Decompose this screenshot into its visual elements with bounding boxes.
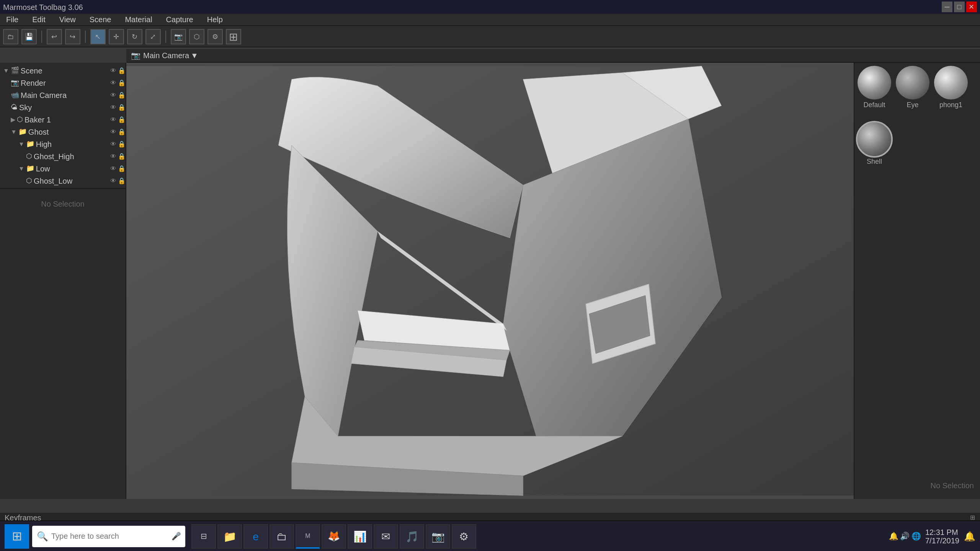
lock-icon-high[interactable]: 🔒: [118, 140, 126, 147]
taskbar-marmoset[interactable]: M: [296, 524, 320, 548]
start-button[interactable]: ⊞: [5, 524, 29, 548]
taskbar-app10[interactable]: ⚙: [452, 524, 476, 548]
material-ball-default[interactable]: [858, 66, 891, 99]
taskbar: ⊞ 🔍 🎤 ⊟ 📁 e 🗀 M 🦊 📊 ✉ 🎵 📷 ⚙ 🔔 🔊 🌐 12:31 …: [0, 520, 980, 551]
lock-icon-render[interactable]: 🔒: [118, 79, 126, 86]
toolbar-move[interactable]: ✛: [109, 29, 124, 44]
menu-file[interactable]: File: [3, 15, 21, 24]
material-row-1: Default Eye phong1: [858, 66, 977, 110]
tree-item-high[interactable]: ▼ 📁 High 👁 🔒: [0, 138, 126, 150]
label-ghost-high: Ghost_High: [34, 152, 74, 160]
taskbar-search-box[interactable]: 🔍 🎤: [32, 525, 185, 547]
label-ghost-low: Ghost_Low: [34, 176, 72, 185]
taskbar-firefox[interactable]: 🦊: [322, 524, 346, 548]
taskbar-explorer2[interactable]: 🗀: [270, 524, 294, 548]
lock-icon-low[interactable]: 🔒: [118, 165, 126, 172]
vis-icon-baker[interactable]: 👁: [110, 116, 116, 123]
title-bar: Marmoset Toolbag 3.06 ─ □ ✕: [0, 0, 980, 14]
vis-icon-render[interactable]: 👁: [110, 79, 116, 86]
lock-icon-ghost-low[interactable]: 🔒: [118, 177, 126, 184]
tree-item-low[interactable]: ▼ 📁 Low 👁 🔒: [0, 162, 126, 174]
taskbar-task-view[interactable]: ⊟: [191, 524, 216, 548]
tree-item-ghost-high[interactable]: ⬡ Ghost_High 👁 🔒: [0, 150, 126, 162]
toolbar-select[interactable]: ↖: [90, 29, 106, 44]
lock-icon-baker[interactable]: 🔒: [118, 116, 126, 123]
maximize-button[interactable]: □: [954, 2, 965, 12]
vis-icon-ghost-high[interactable]: 👁: [110, 153, 116, 160]
tree-item-ghost[interactable]: ▼ 📁 Ghost 👁 🔒: [0, 126, 126, 138]
left-panel: ▼ 🎬 Scene 👁 🔒 📷 Render 👁 🔒 📹 Main Camera: [0, 63, 126, 499]
material-ball-eye[interactable]: [896, 66, 929, 99]
menu-capture[interactable]: Capture: [163, 15, 196, 24]
taskbar-date: 7/17/2019: [925, 536, 959, 544]
label-sky: Sky: [19, 103, 32, 111]
toolbar-sep2: [85, 30, 86, 42]
arrow-high: ▼: [18, 140, 24, 147]
tree-item-render[interactable]: 📷 Render 👁 🔒: [0, 77, 126, 89]
lock-icon-scene[interactable]: 🔒: [118, 67, 126, 74]
taskbar-notif[interactable]: 🔔: [964, 531, 975, 541]
icon-scene: 🎬: [11, 67, 19, 74]
toolbar-bake[interactable]: ⬡: [189, 29, 204, 44]
icon-ghost-high: ⬡: [26, 152, 32, 160]
lock-icon-sky[interactable]: 🔒: [118, 104, 126, 111]
tree-item-sky[interactable]: 🌤 Sky 👁 🔒: [0, 101, 126, 113]
toolbar-settings[interactable]: ⚙: [207, 29, 223, 44]
taskbar-explorer[interactable]: 📁: [217, 524, 242, 548]
material-ball-phong1[interactable]: [934, 66, 968, 99]
menu-bar: File Edit View Scene Material Capture He…: [0, 14, 980, 26]
menu-help[interactable]: Help: [204, 15, 226, 24]
toolbar-save[interactable]: 💾: [21, 29, 37, 44]
tree-item-scene[interactable]: ▼ 🎬 Scene 👁 🔒: [0, 64, 126, 77]
tree-item-baker[interactable]: ▶ ⬡ Baker 1 👁 🔒: [0, 113, 126, 126]
model-canvas: [126, 63, 854, 499]
material-label-phong1: phong1: [939, 101, 962, 109]
toolbar-rotate[interactable]: ↻: [127, 29, 142, 44]
icon-low: 📁: [26, 165, 34, 172]
lock-icon-ghost[interactable]: 🔒: [118, 128, 126, 135]
toolbar-extra[interactable]: ⊞: [226, 29, 241, 44]
taskbar-app9[interactable]: 📷: [426, 524, 450, 548]
vis-icon-scene[interactable]: 👁: [110, 67, 116, 74]
menu-view[interactable]: View: [56, 15, 79, 24]
material-phong1-container: phong1: [934, 66, 968, 99]
taskbar-app7[interactable]: ✉: [374, 524, 398, 548]
taskbar-edge[interactable]: e: [243, 524, 268, 548]
minimize-button[interactable]: ─: [942, 2, 952, 12]
icon-ghost-low: ⬡: [26, 177, 32, 184]
toolbar-new[interactable]: 🗀: [3, 29, 18, 44]
tree-item-ghost-low[interactable]: ⬡ Ghost_Low 👁 🔒: [0, 174, 126, 187]
camera-dropdown-icon[interactable]: ▼: [191, 51, 198, 60]
material-label-shell: Shell: [867, 158, 882, 165]
close-button[interactable]: ✕: [966, 2, 977, 12]
material-ball-shell[interactable]: [858, 122, 891, 156]
taskbar-app6[interactable]: 📊: [348, 524, 372, 548]
menu-scene[interactable]: Scene: [87, 15, 114, 24]
toolbar-scale[interactable]: ⤢: [145, 29, 161, 44]
vis-icon-ghost-low[interactable]: 👁: [110, 177, 116, 184]
menu-material[interactable]: Material: [122, 15, 155, 24]
toolbar-redo[interactable]: ↪: [65, 29, 80, 44]
tree-item-camera[interactable]: 📹 Main Camera 👁 🔒: [0, 89, 126, 101]
menu-edit[interactable]: Edit: [29, 15, 48, 24]
window-controls: ─ □ ✕: [942, 2, 977, 12]
search-input[interactable]: [51, 532, 168, 540]
cortana-icon: 🎤: [172, 532, 181, 540]
toolbar-render[interactable]: 📷: [171, 29, 186, 44]
label-low: Low: [36, 164, 50, 173]
lock-icon-ghost-high[interactable]: 🔒: [118, 153, 126, 160]
taskbar-app8[interactable]: 🎵: [400, 524, 424, 548]
material-label-default: Default: [863, 101, 885, 109]
vis-icon-sky[interactable]: 👁: [110, 104, 116, 111]
scene-tree: ▼ 🎬 Scene 👁 🔒 📷 Render 👁 🔒 📹 Main Camera: [0, 63, 126, 189]
3d-viewport[interactable]: [126, 63, 854, 499]
toolbar-undo[interactable]: ↩: [47, 29, 62, 44]
icon-sky: 🌤: [11, 103, 18, 111]
vis-icon-camera[interactable]: 👁: [110, 91, 116, 98]
lock-icon-camera[interactable]: 🔒: [118, 91, 126, 98]
vis-icon-low[interactable]: 👁: [110, 165, 116, 172]
material-default-container: Default: [858, 66, 891, 99]
vis-icon-high[interactable]: 👁: [110, 140, 116, 147]
vis-icon-ghost[interactable]: 👁: [110, 128, 116, 135]
camera-icon: 📷: [131, 51, 140, 60]
